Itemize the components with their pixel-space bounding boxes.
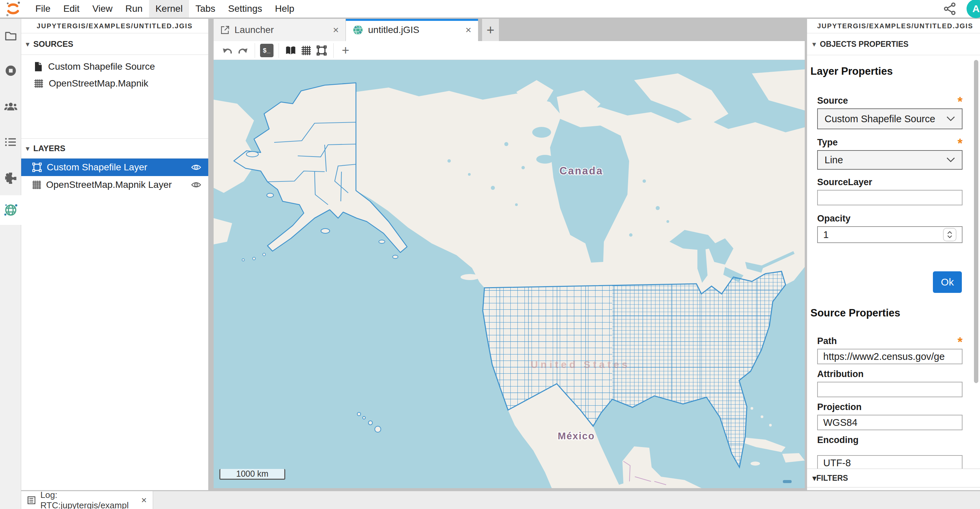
vector-layer-button[interactable] <box>314 43 329 58</box>
layer-item-osm-mapnik[interactable]: OpenStreetMap.Mapnik Layer <box>21 176 208 193</box>
source-item-osm-mapnik[interactable]: OpenStreetMap.Mapnik <box>21 75 208 92</box>
attribution-input[interactable] <box>817 382 963 397</box>
projection-input[interactable] <box>817 415 963 430</box>
ok-button[interactable]: Ok <box>933 271 962 293</box>
bottom-dock-bar: Log: RTC:jupytergis/exampl × <box>21 491 980 509</box>
panel-scrollbar[interactable] <box>974 60 978 383</box>
launcher-icon <box>220 25 230 35</box>
opacity-stepper[interactable]: 1 <box>817 226 963 243</box>
sources-list: Custom Shapefile Source OpenStreetMap.Ma… <box>21 55 208 95</box>
tab-close-icon[interactable]: × <box>141 495 147 506</box>
grid-icon <box>301 45 311 56</box>
redo-button[interactable] <box>235 43 251 58</box>
source-item-label: Custom Shapefile Source <box>48 61 155 72</box>
left-sidebar-panel: JUPYTERGIS/EXAMPLES/UNTITLED.JGIS ▾ SOUR… <box>21 19 208 490</box>
tab-label: Launcher <box>234 25 274 35</box>
objects-properties-header[interactable]: ▾ OBJECTS PROPERTIES <box>807 34 980 55</box>
chevron-down-icon <box>947 116 955 121</box>
scale-text: 1000 km <box>236 469 269 479</box>
sources-section-header[interactable]: ▾ SOURCES <box>21 34 208 55</box>
raster-layer-button[interactable] <box>298 43 314 58</box>
collapse-caret-icon: ▾ <box>813 474 816 483</box>
jupytergis-icon[interactable] <box>0 203 21 217</box>
layer-visibility-toggle[interactable] <box>191 163 202 171</box>
collaboration-icon[interactable] <box>0 99 21 114</box>
tab-close-icon[interactable]: × <box>465 25 471 35</box>
jgis-globe-icon <box>353 25 363 35</box>
add-button[interactable]: + <box>338 43 353 58</box>
share-icon[interactable] <box>943 2 956 16</box>
menu-edit[interactable]: Edit <box>57 0 86 18</box>
map-canvas[interactable]: Canada United States México 1000 km <box>214 60 805 488</box>
new-tab-button[interactable]: + <box>482 19 499 41</box>
plus-icon: + <box>342 43 349 57</box>
menu-settings[interactable]: Settings <box>222 0 269 18</box>
attribution-field-label: Attribution <box>817 369 864 380</box>
path-input[interactable] <box>817 349 963 364</box>
left-panel-file-header: JUPYTERGIS/EXAMPLES/UNTITLED.JGIS <box>21 19 208 34</box>
log-console-tab[interactable]: Log: RTC:jupytergis/exampl × <box>21 491 153 509</box>
jupyter-logo <box>5 1 21 16</box>
console-button[interactable]: $_ <box>259 43 275 58</box>
source-select[interactable]: Custom Shapefile Source <box>817 109 963 129</box>
menu-tabs[interactable]: Tabs <box>189 0 222 18</box>
map-label-canada: Canada <box>560 165 603 177</box>
filters-section-header[interactable]: ▾ FILTERS <box>807 469 980 487</box>
user-avatar[interactable]: A <box>967 0 980 18</box>
layer-visibility-toggle[interactable] <box>191 181 202 189</box>
layer-item-custom-shapefile[interactable]: Custom Shapefile Layer <box>21 158 208 176</box>
layer-item-label: OpenStreetMap.Mapnik Layer <box>46 179 172 190</box>
menu-file[interactable]: File <box>29 0 57 18</box>
file-icon <box>34 62 43 72</box>
source-select-value: Custom Shapefile Source <box>824 113 935 124</box>
filters-title: FILTERS <box>816 474 848 483</box>
type-select[interactable]: Line <box>817 150 963 170</box>
tab-launcher[interactable]: Launcher × <box>214 19 346 41</box>
menu-bar: File Edit View Run Kernel Tabs Settings … <box>0 0 980 18</box>
basemap-button[interactable] <box>283 43 298 58</box>
activity-bar <box>0 19 21 509</box>
source-item-custom-shapefile[interactable]: Custom Shapefile Source <box>21 58 208 75</box>
sourcelayer-input[interactable] <box>817 190 963 205</box>
dock-tab-bar: Launcher × untitled.jGIS × + <box>214 19 805 41</box>
collapse-caret-icon: ▾ <box>813 40 816 48</box>
raster-grid-icon <box>34 79 43 88</box>
book-icon <box>285 46 296 55</box>
menu-kernel[interactable]: Kernel <box>149 0 189 18</box>
map-toolbar: $_ + <box>214 41 805 60</box>
menu-run[interactable]: Run <box>119 0 149 18</box>
table-of-contents-icon[interactable] <box>0 135 21 150</box>
undo-button[interactable] <box>220 43 235 58</box>
opacity-field-label: Opacity <box>817 214 851 224</box>
stepper-arrows-icon[interactable] <box>943 228 956 241</box>
layers-section-header[interactable]: ▾ LAYERS <box>21 138 208 158</box>
tab-untitled-jgis[interactable]: untitled.jGIS × <box>346 19 478 41</box>
chevron-down-icon <box>947 157 955 163</box>
opacity-value: 1 <box>823 229 829 240</box>
source-properties-title: Source Properties <box>810 307 900 319</box>
log-icon <box>27 496 36 505</box>
layers-section-title: LAYERS <box>33 144 65 153</box>
right-sidebar-panel: JUPYTERGIS/EXAMPLES/UNTITLED.JGIS ▾ OBJE… <box>807 19 980 490</box>
menu-view[interactable]: View <box>86 0 119 18</box>
log-tab-label: Log: RTC:jupytergis/exampl <box>40 490 137 509</box>
tab-label: untitled.jGIS <box>368 25 420 35</box>
required-asterisk: * <box>958 98 963 105</box>
type-select-value: Line <box>824 155 843 166</box>
source-field-label: Source <box>817 96 848 106</box>
toolbar-separator <box>278 43 279 58</box>
extension-manager-icon[interactable] <box>0 170 21 185</box>
objects-properties-title: OBJECTS PROPERTIES <box>820 40 908 49</box>
layer-item-label: Custom Shapefile Layer <box>47 162 147 173</box>
type-field-label: Type <box>817 137 838 148</box>
menu-help[interactable]: Help <box>269 0 301 18</box>
map-label-united-states: United States <box>531 359 630 370</box>
raster-layer-icon <box>32 180 41 190</box>
vector-square-icon <box>316 45 327 56</box>
running-sessions-icon[interactable] <box>0 63 21 78</box>
source-item-label: OpenStreetMap.Mapnik <box>49 78 148 89</box>
file-browser-icon[interactable] <box>0 28 21 43</box>
tab-close-icon[interactable]: × <box>333 25 339 35</box>
map-label-mexico: México <box>558 431 595 441</box>
encoding-input[interactable] <box>817 455 963 469</box>
